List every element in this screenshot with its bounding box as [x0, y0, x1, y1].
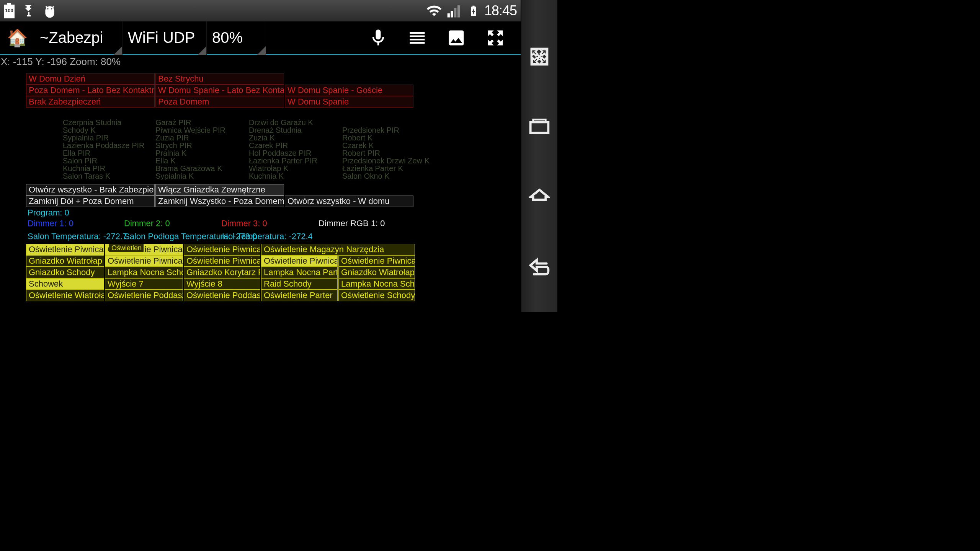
spinner-profile-label: ~Zabezpi [40, 29, 103, 46]
security-mode-button[interactable]: W Domu Dzień [26, 73, 155, 85]
sensor-label: Kuchnia K [249, 172, 284, 181]
svg-rect-1 [451, 11, 453, 18]
output-toggle[interactable]: Schowek [26, 278, 104, 290]
security-mode-button[interactable]: Brak Zabezpieczeń [26, 96, 155, 108]
usb-icon [21, 4, 35, 18]
output-toggle[interactable]: Oświetlenie Poddasze Zach [184, 290, 260, 301]
signal-icon [447, 3, 463, 19]
dimmer2-label: Dimmer 2: 0 [124, 218, 170, 228]
battery-level: 100 [4, 8, 15, 13]
battery-100-icon: 100 [4, 3, 15, 18]
output-toggle[interactable]: Oświetlen [109, 244, 144, 252]
nav-collapse-icon[interactable] [529, 46, 550, 67]
spinner-profile[interactable]: ~Zabezpi [34, 21, 122, 55]
content-canvas[interactable]: W Domu DzieńBez StrychuPoza Domem - Lato… [0, 68, 521, 312]
sensor-label: Sypialnia K [155, 172, 194, 181]
sensor-label: Salon Taras K [63, 172, 110, 181]
security-mode-button[interactable]: W Domu Spanie - Lato Bez Kontaktronów na… [155, 85, 284, 96]
output-toggle[interactable]: Gniazdko Wiatrołap PN 2 [26, 255, 104, 267]
status-bar: 100 18:45 [0, 0, 521, 21]
list-icon[interactable] [407, 28, 427, 48]
dimmer1-label: Dimmer 1: 0 [28, 218, 74, 228]
security-mode-button[interactable]: Bez Strychu [155, 73, 284, 85]
adb-icon [42, 3, 57, 18]
temp3-label: Hol Temperatura: -272.4 [222, 231, 313, 241]
output-toggle[interactable]: Wyjście 7 [105, 278, 183, 290]
nav-bar [521, 0, 557, 312]
output-toggle[interactable]: Oświetlenie Wiatrołap [26, 290, 104, 301]
spinner-zoom-label: 80% [212, 29, 243, 46]
svg-rect-6 [533, 120, 546, 122]
nav-home-icon[interactable] [529, 186, 550, 208]
output-toggle[interactable]: Oświetlenie Schody [338, 290, 415, 301]
wifi-icon [426, 3, 442, 19]
svg-rect-2 [454, 8, 456, 18]
program-label: Program: 0 [28, 208, 69, 218]
action-button[interactable]: Zamknij Dół + Poza Domem [26, 196, 155, 207]
status-clock: 18:45 [484, 3, 517, 19]
action-button[interactable]: Otwórz wszystko - Brak Zabezpieczeń [26, 184, 155, 196]
svg-rect-3 [457, 5, 460, 18]
output-toggle[interactable]: Gniazdko Schody [26, 267, 104, 278]
fullscreen-icon[interactable] [485, 28, 505, 48]
battery-charging-icon [467, 3, 480, 19]
coord-readout: X: -115 Y: -196 Zoom: 80% [0, 55, 521, 68]
output-toggle[interactable]: Oświetlenie Piwnica Magazy [26, 244, 104, 255]
nav-recents-icon[interactable] [529, 116, 550, 137]
security-mode-button[interactable]: Poza Domem [155, 96, 284, 108]
output-toggle[interactable]: Gniazdko Korytarz Parter [184, 267, 260, 278]
action-button[interactable]: Zamknij Wszystko - Poza Domem Lato Bez K… [155, 196, 284, 207]
sensor-label: Salon Okno K [342, 172, 389, 181]
output-toggle[interactable]: Wyjście 8 [184, 278, 260, 290]
security-mode-button[interactable]: Poza Domem - Lato Bez Kontaktronów [26, 85, 155, 96]
output-toggle[interactable]: Oświetlenie Piwnica Kotłow [184, 255, 260, 267]
output-toggle[interactable]: Raid Schody [261, 278, 338, 290]
temp1-label: Salon Temperatura: -272.7 [28, 231, 127, 241]
output-toggle[interactable]: Lampka Nocna Schody P [105, 267, 183, 278]
action-button[interactable]: Otwórz wszystko - W domu [285, 196, 413, 207]
output-toggle[interactable]: Oświetlenie Magazyn Narzędzia [261, 244, 415, 255]
image-icon[interactable] [446, 28, 466, 48]
spinner-zoom[interactable]: 80% [207, 21, 266, 55]
svg-rect-0 [448, 13, 450, 18]
action-button[interactable]: Włącz Gniazdka Zewnętrzne [155, 184, 284, 196]
app-logo-icon[interactable]: 🏠 [0, 21, 34, 55]
app-bar: 🏠 ~Zabezpi WiFi UDP 80% [0, 21, 521, 55]
output-toggle[interactable]: Lampka Nocna Schody L [338, 278, 415, 290]
dimmer3-label: Dimmer 3: 0 [221, 218, 267, 228]
output-toggle[interactable]: Oświetlenie Piwnica Hol [105, 255, 183, 267]
output-toggle[interactable]: Lampka Nocna Parter [261, 267, 338, 278]
spinner-connection[interactable]: WiFi UDP [122, 21, 207, 55]
security-mode-button[interactable]: W Domu Spanie - Goście [285, 85, 413, 96]
spinner-connection-label: WiFi UDP [128, 29, 195, 46]
nav-back-icon[interactable] [529, 256, 550, 278]
output-toggle[interactable]: Oświetlenie Piwnica Win [338, 255, 415, 267]
output-toggle[interactable]: Oświetlenie Poddasze Wsch [105, 290, 183, 301]
output-toggle[interactable]: Gniazdko Wiatrołap PN 1 [338, 267, 415, 278]
output-toggle[interactable]: Oświetlenie Piwnica Narzęd [261, 255, 338, 267]
mic-icon[interactable] [368, 28, 388, 48]
output-toggle[interactable]: Oświetlenie Piwnica Wejście [184, 244, 260, 255]
security-mode-button[interactable]: W Domu Spanie [285, 96, 413, 108]
svg-rect-5 [531, 122, 549, 133]
dimmer-rgb-label: Dimmer RGB 1: 0 [318, 218, 385, 228]
output-toggle[interactable]: Oświetlenie Parter [261, 290, 338, 301]
